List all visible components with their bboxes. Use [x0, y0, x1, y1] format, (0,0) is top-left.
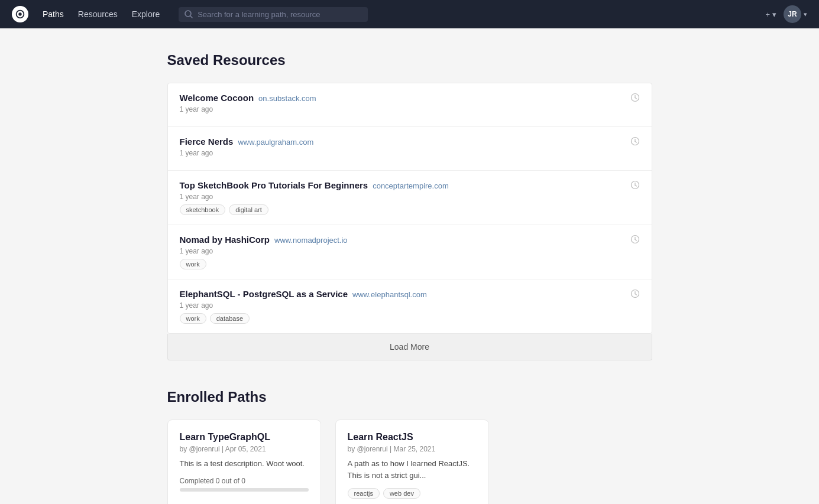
resource-title-row: ElephantSQL - PostgreSQL as a Service ww…: [180, 289, 623, 299]
nav-link-explore[interactable]: Explore: [132, 9, 160, 19]
nav-link-resources[interactable]: Resources: [78, 9, 118, 19]
path-card-desc: A path as to how I learned ReactJS. This…: [348, 458, 477, 481]
svg-line-17: [635, 294, 637, 295]
resource-title-row: Nomad by HashiCorp www.nomadproject.io: [180, 235, 623, 245]
resource-title: Top SketchBook Pro Tutorials For Beginne…: [180, 180, 368, 190]
resource-tags: work: [180, 259, 623, 269]
navbar: Paths Resources Explore + ▾ JR ▾: [0, 0, 819, 28]
search-input[interactable]: [198, 10, 362, 19]
resource-title-row: Fierce Nerds www.paulgraham.com: [180, 136, 623, 147]
resource-time: 1 year ago: [180, 105, 623, 113]
resource-item[interactable]: Welcome Cocoon on.substack.com 1 year ag…: [168, 83, 652, 127]
resource-item[interactable]: Nomad by HashiCorp www.nomadproject.io 1…: [168, 225, 652, 279]
path-card-title: Learn ReactJS: [348, 432, 477, 443]
search-bar: [179, 7, 368, 22]
resource-title-row: Welcome Cocoon on.substack.com: [180, 93, 623, 103]
saved-resources-section: Saved Resources Welcome Cocoon on.substa…: [167, 52, 652, 360]
tag[interactable]: digital art: [229, 204, 268, 215]
logo[interactable]: [12, 6, 28, 22]
path-card-title: Learn TypeGraphQL: [180, 432, 309, 443]
path-card-meta: by @jorenrui | Mar 25, 2021: [348, 445, 477, 453]
main-content: Saved Resources Welcome Cocoon on.substa…: [156, 28, 664, 504]
resource-url: www.nomadproject.io: [274, 236, 348, 245]
svg-line-2: [190, 16, 192, 18]
resource-list: Welcome Cocoon on.substack.com 1 year ag…: [167, 83, 652, 334]
progress-bar-bg: [180, 488, 309, 492]
clock-icon[interactable]: [630, 289, 640, 300]
paths-grid: Learn TypeGraphQL by @jorenrui | Apr 05,…: [167, 420, 652, 504]
clock-icon[interactable]: [630, 136, 640, 148]
svg-line-8: [635, 142, 637, 143]
path-card-desc: This is a test description. Woot woot.: [180, 458, 309, 470]
resource-time: 1 year ago: [180, 149, 623, 157]
tag[interactable]: database: [210, 313, 250, 324]
resource-tags: workdatabase: [180, 313, 623, 324]
add-button[interactable]: + ▾: [765, 10, 776, 19]
path-card-tags: reactjsweb dev: [348, 488, 477, 499]
load-more-button[interactable]: Load More: [167, 334, 652, 360]
clock-icon[interactable]: [630, 93, 640, 104]
resource-tags: sketchbookdigital art: [180, 204, 623, 215]
resource-title: ElephantSQL - PostgreSQL as a Service: [180, 289, 348, 299]
tag[interactable]: work: [180, 259, 206, 269]
resource-info: Fierce Nerds www.paulgraham.com 1 year a…: [180, 136, 623, 161]
progress-label: Completed 0 out of 0: [180, 477, 309, 485]
navbar-right: + ▾ JR ▾: [765, 5, 807, 23]
tag[interactable]: sketchbook: [180, 204, 226, 215]
tag[interactable]: work: [180, 313, 206, 324]
resource-time: 1 year ago: [180, 247, 623, 255]
enrolled-paths-section: Enrolled Paths Learn TypeGraphQL by @jor…: [167, 389, 652, 504]
resource-info: Top SketchBook Pro Tutorials For Beginne…: [180, 180, 623, 215]
path-tag[interactable]: reactjs: [348, 488, 380, 499]
path-card[interactable]: Learn TypeGraphQL by @jorenrui | Apr 05,…: [167, 420, 321, 504]
resource-time: 1 year ago: [180, 193, 623, 201]
saved-resources-title: Saved Resources: [167, 52, 652, 69]
add-icon: +: [765, 10, 770, 19]
avatar-wrap[interactable]: JR ▾: [784, 5, 807, 23]
resource-url: conceptartempire.com: [373, 181, 449, 190]
resource-title: Nomad by HashiCorp: [180, 235, 270, 245]
path-card-meta: by @jorenrui | Apr 05, 2021: [180, 445, 309, 453]
nav-link-paths[interactable]: Paths: [43, 9, 64, 19]
resource-info: ElephantSQL - PostgreSQL as a Service ww…: [180, 289, 623, 324]
resource-title-row: Top SketchBook Pro Tutorials For Beginne…: [180, 180, 623, 190]
enrolled-paths-title: Enrolled Paths: [167, 389, 652, 405]
resource-item[interactable]: Fierce Nerds www.paulgraham.com 1 year a…: [168, 127, 652, 171]
resource-time: 1 year ago: [180, 301, 623, 310]
resource-url: www.elephantsql.com: [352, 290, 427, 299]
resource-title: Welcome Cocoon: [180, 93, 254, 103]
svg-line-11: [635, 186, 637, 187]
resource-url: www.paulgraham.com: [238, 138, 313, 147]
resource-item[interactable]: Top SketchBook Pro Tutorials For Beginne…: [168, 171, 652, 225]
avatar-chevron-icon: ▾: [804, 11, 807, 18]
svg-line-14: [635, 240, 637, 241]
resource-title: Fierce Nerds: [180, 136, 234, 147]
path-tag[interactable]: web dev: [383, 488, 420, 499]
add-chevron-icon: ▾: [772, 10, 776, 19]
svg-point-0: [18, 12, 21, 15]
clock-icon[interactable]: [630, 235, 640, 246]
search-icon: [184, 10, 193, 18]
svg-line-5: [635, 98, 637, 99]
resource-info: Welcome Cocoon on.substack.com 1 year ag…: [180, 93, 623, 117]
resource-url: on.substack.com: [258, 94, 316, 103]
path-card[interactable]: Learn ReactJS by @jorenrui | Mar 25, 202…: [335, 420, 489, 504]
clock-icon[interactable]: [630, 180, 640, 191]
avatar-button[interactable]: JR: [784, 5, 801, 23]
resource-item[interactable]: ElephantSQL - PostgreSQL as a Service ww…: [168, 279, 652, 333]
resource-info: Nomad by HashiCorp www.nomadproject.io 1…: [180, 235, 623, 269]
